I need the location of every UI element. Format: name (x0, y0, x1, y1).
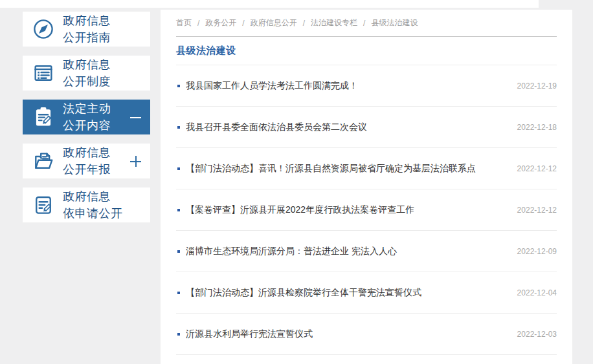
breadcrumb: 首页 / 政务公开 / 政府信息公开 / 法治建设专栏 / 县级法治建设 (176, 10, 557, 37)
article-date: 2022-12-03 (517, 330, 557, 339)
compass-icon (31, 17, 56, 41)
sidebar-item-label: 政府信息公开指南 (63, 12, 111, 46)
article-link[interactable]: 我县国家工作人员学法考法工作圆满完成！ (186, 80, 508, 92)
breadcrumb-link[interactable]: 政府信息公开 (251, 17, 297, 28)
article-list: 我县国家工作人员学法考法工作圆满完成！ 2022-12-19 我县召开县委全面依… (176, 65, 557, 355)
bullet-icon (177, 126, 180, 129)
list-document-icon (31, 61, 56, 85)
bullet-icon (177, 167, 180, 170)
sidebar-item-annual-report[interactable]: 政府信息公开年报 (23, 144, 150, 178)
list-item[interactable]: 我县召开县委全面依法治县委员会第二次会议 2022-12-18 (176, 107, 557, 148)
bullet-icon (177, 333, 180, 336)
sidebar-item-label: 政府信息公开年报 (63, 144, 111, 178)
article-link[interactable]: 【部门法治动态】喜讯！沂源县自然资源局被省厅确定为基层法治联系点 (186, 163, 508, 175)
page-title: 县级法治建设 (176, 45, 236, 57)
breadcrumb-link[interactable]: 首页 (176, 17, 192, 28)
article-date: 2022-12-12 (517, 206, 557, 215)
bullet-icon (177, 85, 180, 87)
document-pen-icon (31, 193, 56, 217)
list-item[interactable]: 沂源县水利局举行宪法宣誓仪式 2022-12-03 (176, 314, 557, 355)
breadcrumb-separator-icon: / (197, 19, 199, 28)
section-title-row: 县级法治建设 (176, 37, 557, 65)
article-link[interactable]: 淄博市生态环境局沂源分局：普法进企业 宪法入人心 (186, 246, 508, 257)
breadcrumb-separator-icon: / (303, 19, 305, 28)
breadcrumb-link[interactable]: 政务公开 (205, 17, 236, 28)
article-date: 2022-12-09 (517, 247, 557, 256)
sidebar: 政府信息公开指南 政府信息公开制度 法定主动公开内容 (23, 12, 150, 231)
article-date: 2022-12-12 (517, 164, 557, 173)
bullet-icon (177, 292, 180, 294)
sidebar-item-label: 政府信息依申请公开 (63, 188, 123, 222)
bullet-icon (177, 250, 180, 253)
page-top-strip (0, 0, 539, 8)
list-item[interactable]: 淄博市生态环境局沂源分局：普法进企业 宪法入人心 2022-12-09 (176, 231, 557, 272)
sidebar-item-disclosure-system[interactable]: 政府信息公开制度 (23, 56, 150, 91)
collapse-icon[interactable] (130, 112, 141, 123)
bullet-icon (177, 209, 180, 211)
article-date: 2022-12-18 (517, 123, 557, 132)
list-item[interactable]: 【部门法治动态】喜讯！沂源县自然资源局被省厅确定为基层法治联系点 2022-12… (176, 148, 557, 189)
sidebar-item-disclosure-on-request[interactable]: 政府信息依申请公开 (23, 187, 150, 222)
article-date: 2022-12-19 (517, 81, 557, 91)
breadcrumb-separator-icon: / (363, 19, 365, 28)
list-item[interactable]: 我县国家工作人员学法考法工作圆满完成！ 2022-12-19 (176, 65, 557, 107)
breadcrumb-link[interactable]: 县级法治建设 (371, 17, 418, 28)
main-panel: 首页 / 政务公开 / 政府信息公开 / 法治建设专栏 / 县级法治建设 县级法… (161, 10, 572, 364)
clipboard-pen-icon (31, 105, 56, 129)
list-item[interactable]: 【案卷评查】沂源县开展2022年度行政执法案卷评查工作 2022-12-12 (176, 189, 557, 231)
sidebar-item-label: 法定主动公开内容 (63, 100, 111, 134)
sidebar-item-statutory-disclosure[interactable]: 法定主动公开内容 (23, 100, 150, 134)
article-link[interactable]: 【案卷评查】沂源县开展2022年度行政执法案卷评查工作 (186, 204, 508, 216)
article-date: 2022-12-04 (517, 288, 557, 297)
breadcrumb-separator-icon: / (242, 19, 244, 28)
list-item[interactable]: 【部门法治动态】沂源县检察院举行全体干警宪法宣誓仪式 2022-12-04 (176, 272, 557, 314)
expand-icon[interactable] (130, 156, 141, 167)
article-link[interactable]: 沂源县水利局举行宪法宣誓仪式 (186, 328, 508, 340)
folder-document-icon (31, 149, 56, 173)
article-link[interactable]: 我县召开县委全面依法治县委员会第二次会议 (186, 122, 508, 133)
sidebar-item-disclosure-guide[interactable]: 政府信息公开指南 (23, 12, 150, 47)
sidebar-item-label: 政府信息公开制度 (63, 56, 111, 90)
article-link[interactable]: 【部门法治动态】沂源县检察院举行全体干警宪法宣誓仪式 (186, 287, 508, 299)
breadcrumb-link[interactable]: 法治建设专栏 (311, 17, 357, 28)
